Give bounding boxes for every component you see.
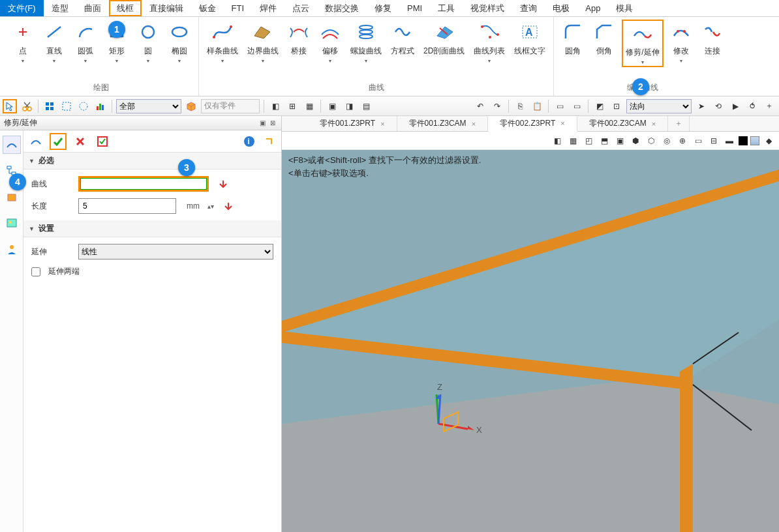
vtb-icon[interactable]: ◰: [582, 134, 595, 147]
ritem-chamfer[interactable]: 倒角: [590, 20, 618, 67]
menu-weld[interactable]: 焊件: [252, 0, 284, 16]
qtb-view2-icon[interactable]: ⊡: [609, 99, 624, 113]
ritem-fillet[interactable]: 圆角: [559, 20, 587, 67]
menu-mold[interactable]: 模具: [608, 0, 641, 16]
ok-button[interactable]: [50, 133, 67, 150]
vtb-icon[interactable]: [739, 136, 748, 145]
ritem-arc[interactable]: 圆弧▾: [72, 20, 99, 65]
menu-surface[interactable]: 曲面: [76, 0, 109, 16]
ritem-boundary[interactable]: 边界曲线▾: [245, 20, 281, 65]
panel-curve-icon[interactable]: [27, 133, 44, 150]
curve-pick-icon[interactable]: [217, 177, 230, 190]
menu-electrode[interactable]: 电极: [545, 0, 577, 16]
vtb-icon[interactable]: ◆: [762, 134, 775, 147]
ritem-bridge[interactable]: 桥接: [285, 20, 313, 65]
length-input[interactable]: [78, 198, 176, 214]
vtb-icon[interactable]: ⬒: [598, 134, 611, 147]
close-icon[interactable]: ×: [652, 120, 656, 128]
menu-sheetmetal[interactable]: 钣金: [191, 0, 224, 16]
panel-close-icon[interactable]: ⊠: [268, 119, 277, 128]
ltab-box-icon[interactable]: [3, 188, 21, 206]
menu-fti[interactable]: FTI: [224, 0, 252, 16]
qtb-only-parts[interactable]: [201, 99, 260, 113]
qtb-plus-icon[interactable]: ＋: [762, 99, 776, 113]
qtb-dotted-box-icon[interactable]: [59, 99, 74, 113]
info-button[interactable]: i: [241, 133, 258, 150]
qtb-tool1-icon[interactable]: ◧: [268, 99, 283, 113]
vtb-icon[interactable]: ◎: [660, 134, 673, 147]
qtb-layer1-icon[interactable]: ▭: [553, 99, 567, 113]
expand-button[interactable]: [260, 133, 277, 150]
length-pick-icon[interactable]: [222, 200, 235, 213]
menu-visual[interactable]: 视觉样式: [463, 0, 512, 16]
menu-directedit[interactable]: 直接编辑: [142, 0, 191, 16]
section-required[interactable]: ▼ 必选: [23, 153, 281, 170]
tab-1[interactable]: 零件001.Z3CAM×: [397, 116, 488, 131]
qtb-play-icon[interactable]: ▶: [728, 99, 742, 113]
section-settings[interactable]: ▼ 设置: [23, 220, 281, 237]
tab-2[interactable]: 零件002.Z3PRT×: [488, 116, 577, 132]
ritem-helix[interactable]: 螺旋曲线▾: [348, 20, 384, 65]
ltab-user-icon[interactable]: [3, 240, 21, 258]
ritem-trim-extend[interactable]: 修剪/延伸▾: [622, 20, 663, 67]
stepper-icon[interactable]: ▴▾: [207, 203, 214, 210]
vtb-icon[interactable]: ⊕: [676, 134, 689, 147]
qtb-tool2-icon[interactable]: ⊞: [285, 99, 299, 113]
ritem-wiretext[interactable]: A线框文字: [512, 20, 548, 65]
qtb-tool5-icon[interactable]: ◨: [342, 99, 356, 113]
cancel-button[interactable]: [72, 133, 89, 150]
qtb-cut-icon[interactable]: [20, 99, 34, 113]
tab-0[interactable]: 零件001.Z3PRT×: [308, 116, 397, 131]
ltab-curve-icon[interactable]: [3, 136, 21, 154]
vtb-icon[interactable]: ⊟: [707, 134, 720, 147]
qtb-redo-icon[interactable]: ↷: [490, 99, 504, 113]
ritem-ellipse[interactable]: 椭圆▾: [166, 20, 193, 65]
ritem-circle[interactable]: 圆▾: [134, 20, 162, 65]
qtb-cursor-icon[interactable]: [3, 99, 17, 113]
qtb-orbit-icon[interactable]: ⟲: [711, 99, 726, 113]
both-ends-checkbox[interactable]: [31, 267, 40, 276]
apply-button[interactable]: [94, 133, 111, 150]
qtb-tool3-icon[interactable]: ▦: [302, 99, 316, 113]
ritem-modify[interactable]: 修改▾: [667, 20, 695, 67]
close-icon[interactable]: ×: [560, 119, 564, 127]
menu-app[interactable]: App: [577, 0, 608, 16]
ritem-connect[interactable]: 连接: [699, 20, 726, 67]
curve-input[interactable]: [78, 176, 209, 192]
qtb-tool6-icon[interactable]: ▤: [359, 99, 373, 113]
vtb-icon[interactable]: ▣: [613, 134, 626, 147]
vtb-icon[interactable]: ▭: [692, 134, 705, 147]
vtb-icon[interactable]: ⬢: [629, 134, 642, 147]
qtb-paste-icon[interactable]: 📋: [530, 99, 544, 113]
menu-shape[interactable]: 造型: [44, 0, 76, 16]
qtb-dotted-circle-icon[interactable]: [76, 99, 91, 113]
ltab-image-icon[interactable]: [3, 214, 21, 232]
vtb-icon[interactable]: ▬: [723, 134, 736, 147]
vtb-icon[interactable]: [750, 136, 759, 145]
close-icon[interactable]: ×: [380, 120, 384, 128]
ritem-line[interactable]: 直线▾: [40, 20, 68, 65]
panel-pin-icon[interactable]: ▣: [258, 119, 267, 128]
qtb-copy-icon[interactable]: ⎘: [513, 99, 527, 113]
vtb-icon[interactable]: ▦: [566, 134, 579, 147]
qtb-layer2-icon[interactable]: ▭: [570, 99, 584, 113]
qtb-chart-icon[interactable]: [93, 99, 108, 113]
menu-repair[interactable]: 修复: [367, 0, 399, 16]
vtb-icon[interactable]: ◧: [551, 134, 564, 147]
menu-pmi[interactable]: PMI: [399, 0, 430, 16]
qtb-spin-icon[interactable]: ⥀: [745, 99, 759, 113]
tab-add[interactable]: ＋: [668, 116, 690, 131]
qtb-select-all[interactable]: 全部: [116, 99, 181, 113]
ritem-spline[interactable]: 样条曲线▾: [204, 20, 241, 65]
qtb-grid-icon[interactable]: [42, 99, 57, 113]
ritem-offset[interactable]: 偏移▾: [316, 20, 344, 65]
extend-select[interactable]: 线性: [78, 244, 273, 259]
ritem-equation[interactable]: 方程式: [388, 20, 417, 65]
menu-pointcloud[interactable]: 点云: [284, 0, 317, 16]
menu-wireframe[interactable]: 线框: [109, 0, 142, 16]
ritem-2dsection[interactable]: 2D剖面曲线: [421, 20, 467, 65]
menu-tools[interactable]: 工具: [430, 0, 463, 16]
qtb-tool4-icon[interactable]: ▣: [325, 99, 339, 113]
qtb-select-normal[interactable]: 法向: [626, 99, 692, 113]
3d-viewport[interactable]: X Z <F8>或者<Shift-roll> 查找下一个有效的过滤器设置. <单…: [282, 150, 779, 532]
